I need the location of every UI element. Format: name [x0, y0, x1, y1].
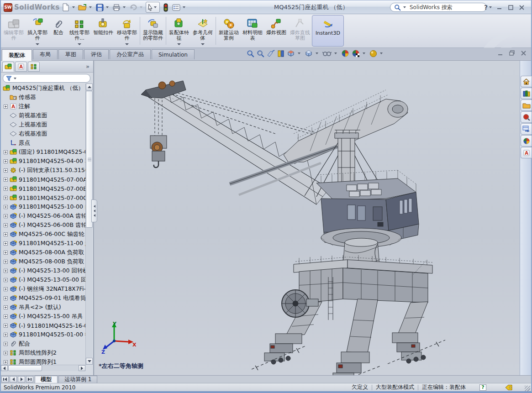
doc-minimize-button[interactable] — [497, 50, 504, 56]
tree-item-component[interactable]: MQ4525-08-00B 负荷取 — [1, 257, 86, 266]
tab-simulation[interactable]: Simulation — [152, 49, 195, 59]
tree-item-mates[interactable]: 配合 — [1, 339, 86, 348]
zoom-area-icon[interactable] — [257, 50, 264, 58]
prev-tab-button[interactable] — [10, 376, 17, 383]
display-style-icon[interactable] — [305, 49, 313, 58]
expand-icon[interactable] — [4, 232, 8, 236]
edit-appearance-icon[interactable] — [341, 49, 349, 58]
last-tab-button[interactable] — [26, 376, 33, 383]
tree-item-component[interactable]: (-) MQ4525-13-00 回转机 — [1, 266, 86, 275]
tree-vertical-scrollbar[interactable] — [85, 84, 92, 365]
tree-item-component[interactable]: 911801MQ4525-11-00 起 — [1, 239, 86, 248]
view-settings-icon[interactable] — [369, 50, 377, 58]
tree-item-component[interactable]: (-) MQ4525-06-00A 齿轮 — [1, 211, 86, 220]
tag-icon[interactable] — [505, 384, 513, 391]
model-tab[interactable]: 模型 — [35, 376, 58, 383]
custom-properties-tab[interactable] — [521, 147, 532, 158]
help-button[interactable]: ? — [484, 4, 488, 11]
tree-item-component[interactable]: 911801MQ4525-04-00 车 — [1, 157, 86, 166]
tree-item-component[interactable]: 911801MQ4525-07-00A — [1, 175, 86, 184]
expand-icon[interactable] — [4, 351, 8, 355]
minimize-button[interactable] — [495, 3, 505, 11]
expand-icon[interactable] — [4, 251, 8, 255]
expand-icon[interactable] — [4, 296, 8, 300]
scroll-up-button[interactable] — [86, 84, 93, 90]
expand-icon[interactable] — [4, 178, 8, 182]
apply-scene-icon[interactable] — [352, 49, 360, 58]
graphics-viewport[interactable]: Y X Z *左右二等角轴测 — [95, 61, 521, 377]
tree-item-component[interactable]: (固定) 911801MQ4525-0 — [1, 147, 86, 157]
design-library-tab[interactable] — [521, 88, 532, 99]
search-tab[interactable] — [521, 111, 532, 123]
tree-item-origin[interactable]: 原点 — [1, 138, 86, 147]
resize-grip[interactable] — [525, 386, 530, 391]
scroll-left-button[interactable] — [1, 365, 8, 371]
expand-icon[interactable] — [4, 305, 8, 309]
tree-item-component[interactable]: 吊具<2> (默认) — [1, 303, 86, 312]
search-box[interactable]: SolidWorks 搜索 — [390, 3, 487, 12]
ribbon-insert-component[interactable]: 插入零部件 — [26, 15, 49, 47]
panel-more-chevron[interactable]: » — [86, 63, 90, 70]
scrollbar-thumb[interactable] — [8, 365, 42, 371]
expand-icon[interactable] — [4, 223, 8, 227]
tree-item-component[interactable]: (-) MQ4525-06-00B 齿轮 — [1, 220, 86, 230]
expand-icon[interactable] — [4, 214, 8, 218]
ribbon-assembly-features[interactable]: 装配体特征 — [167, 15, 191, 47]
search-scope-dropdown-icon[interactable] — [403, 6, 406, 8]
view-palette-tab[interactable] — [521, 123, 532, 135]
tab-layout[interactable]: 布局 — [33, 49, 58, 59]
options-dropdown-icon[interactable] — [183, 6, 185, 8]
tab-office-products[interactable]: 办公室产品 — [110, 49, 151, 59]
tree-filter-input[interactable] — [3, 74, 90, 83]
tree-item-component[interactable]: 911801MQ4525-07-00B — [1, 184, 86, 193]
expand-icon[interactable] — [4, 196, 8, 200]
appearances-scenes-tab[interactable] — [521, 135, 532, 147]
open-file-icon[interactable] — [78, 3, 87, 12]
help-dropdown-icon[interactable] — [489, 6, 492, 8]
expand-icon[interactable] — [4, 360, 8, 364]
view-orientation-icon[interactable] — [287, 49, 295, 58]
tree-item-component[interactable]: (-) 钢丝绳 32NAT18X7Fi- — [1, 284, 86, 293]
scroll-right-button[interactable] — [79, 365, 85, 371]
filter-dropdown-icon[interactable] — [14, 78, 16, 79]
linear-pattern-dropdown-icon[interactable] — [78, 43, 81, 45]
apply-scene-dropdown-icon[interactable] — [363, 52, 365, 54]
tree-item-component[interactable]: 911801MQ4525-10-00 门 — [1, 202, 86, 211]
expand-icon[interactable] — [4, 168, 8, 173]
tree-item-front-plane[interactable]: 前视基准面 — [1, 111, 86, 120]
expand-icon[interactable] — [4, 333, 8, 337]
print-dropdown-icon[interactable] — [123, 6, 126, 8]
featuremanager-tab[interactable] — [2, 62, 14, 72]
tree-item-component[interactable]: 911801MQ4525-01-00 行 — [1, 330, 86, 339]
view-orientation-dropdown-icon[interactable] — [298, 52, 300, 54]
ribbon-reference-geometry[interactable]: 参考几何体 — [191, 15, 215, 47]
ribbon-move-component[interactable]: 移动零部件 — [115, 15, 139, 47]
ribbon-exploded-view[interactable]: 爆炸视图 — [264, 15, 288, 47]
hide-show-items-dropdown-icon[interactable] — [334, 52, 337, 54]
expand-icon[interactable] — [4, 159, 8, 163]
tab-evaluate[interactable]: 评估 — [84, 49, 109, 59]
search-input[interactable]: SolidWorks 搜索 — [410, 4, 453, 11]
save-dropdown-icon[interactable] — [106, 6, 109, 8]
tree-item-component[interactable]: MQ4525-08-00A 负荷取 — [1, 248, 86, 257]
tree-root-assembly[interactable]: MQ4525门座起重机 （低） — [1, 84, 86, 93]
file-explorer-tab[interactable] — [521, 100, 532, 111]
move-component-dropdown-icon[interactable] — [125, 43, 129, 45]
ribbon-new-motion-study[interactable]: 新建运动算例 — [217, 15, 241, 47]
quick-tips-icon[interactable]: ? — [479, 384, 486, 391]
select-tool[interactable] — [146, 2, 160, 13]
motion-study-tab[interactable]: 运动算例 1 — [58, 376, 97, 383]
previous-view-icon[interactable] — [267, 50, 275, 57]
tree-horizontal-scrollbar[interactable] — [1, 365, 86, 371]
hide-show-items-icon[interactable] — [322, 50, 332, 57]
expand-icon[interactable] — [4, 287, 8, 291]
tab-assembly[interactable]: 装配体 — [2, 49, 32, 61]
tree-item-local-linear-pattern[interactable]: 局部线性阵列2 — [1, 348, 86, 357]
expand-icon[interactable] — [4, 260, 8, 264]
ribbon-mate[interactable]: 配合 — [49, 15, 68, 47]
section-view-icon[interactable] — [277, 50, 284, 58]
doc-restore-button[interactable] — [508, 50, 516, 56]
insert-component-dropdown-icon[interactable] — [36, 43, 39, 45]
propertymanager-tab[interactable] — [15, 62, 27, 72]
rebuild-trafficlight-icon[interactable] — [161, 3, 170, 12]
